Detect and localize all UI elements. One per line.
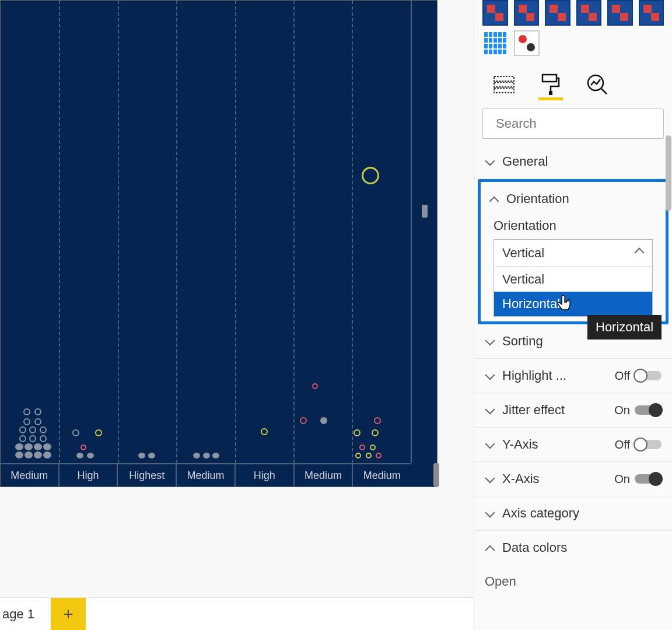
x-axis: Medium High Highest Medium High Medium M… <box>1 463 411 487</box>
chevron-down-icon <box>485 439 495 450</box>
data-point <box>366 453 372 459</box>
data-point <box>23 408 30 415</box>
section-orientation-highlighted: Orientation Orientation Vertical Vertica… <box>478 179 668 324</box>
chart-scrollbar-vertical[interactable] <box>411 1 437 463</box>
section-label: Jitter effect <box>502 402 565 418</box>
fields-icon <box>494 76 514 93</box>
page-tab[interactable]: age 1 <box>0 601 45 627</box>
section-axis-category[interactable]: Axis category <box>474 496 672 531</box>
chevron-down-icon <box>485 474 495 484</box>
section-label: X-Axis <box>502 471 540 487</box>
data-point <box>72 429 79 436</box>
analytics-icon <box>586 74 608 96</box>
section-highlight[interactable]: Highlight ... Off <box>474 359 672 393</box>
custom-visual-icon[interactable] <box>639 0 664 26</box>
custom-visual-icon[interactable] <box>514 30 540 56</box>
section-x-axis[interactable]: X-Axis On <box>474 462 672 496</box>
axis-label: Medium <box>1 464 60 487</box>
section-orientation-header[interactable]: Orientation <box>481 182 666 218</box>
dropdown-option-vertical[interactable]: Vertical <box>494 267 652 292</box>
custom-visual-icon[interactable] <box>482 0 508 26</box>
chevron-down-icon <box>485 336 495 346</box>
section-label: Data colors <box>502 540 567 555</box>
paint-roller-icon <box>541 74 560 96</box>
data-point <box>34 443 42 450</box>
y-axis-toggle[interactable]: Off <box>615 438 662 452</box>
data-point <box>300 417 307 424</box>
chart-visual[interactable]: Medium High Highest Medium High Medium M… <box>0 0 438 487</box>
tooltip: Horizontal <box>587 315 662 340</box>
add-page-button[interactable]: + <box>51 598 86 631</box>
data-point <box>40 426 47 433</box>
jitter-toggle[interactable]: On <box>614 404 662 417</box>
data-point <box>312 383 318 389</box>
data-point <box>320 417 327 424</box>
axis-label: High <box>236 464 295 487</box>
svg-rect-2 <box>494 88 514 93</box>
data-point <box>24 443 33 450</box>
data-point <box>29 426 36 433</box>
report-canvas[interactable]: Medium High Highest Medium High Medium M… <box>0 0 474 597</box>
chart-resize-handle[interactable] <box>433 463 439 487</box>
axis-label: High <box>60 464 118 487</box>
chevron-down-icon <box>485 370 495 381</box>
chevron-up-icon <box>485 542 495 553</box>
search-box[interactable] <box>482 108 664 139</box>
data-point <box>370 444 376 450</box>
scrollbar-thumb[interactable] <box>422 205 428 218</box>
section-label: Y-Axis <box>502 437 538 452</box>
svg-rect-3 <box>542 75 556 82</box>
section-label: Highlight ... <box>502 368 566 383</box>
data-point <box>43 443 51 450</box>
plus-icon: + <box>63 606 74 623</box>
dropdown-option-horizontal[interactable]: Horizontal Horizontal <box>494 292 652 316</box>
data-point <box>34 408 41 415</box>
custom-visual-icon[interactable] <box>607 0 633 26</box>
matrix-visual-icon[interactable] <box>482 30 508 56</box>
format-tab[interactable] <box>537 71 564 98</box>
search-input[interactable] <box>496 116 656 131</box>
dropdown-list: Vertical Horizontal Horizontal <box>494 267 652 316</box>
section-jitter[interactable]: Jitter effect On <box>474 393 672 428</box>
data-point <box>24 452 33 459</box>
svg-rect-0 <box>494 76 514 81</box>
custom-visual-icon[interactable] <box>576 0 602 26</box>
analytics-tab[interactable] <box>584 71 611 98</box>
dropdown-selected-value: Vertical <box>502 246 544 261</box>
visualizations-gallery <box>474 0 672 65</box>
highlight-toggle[interactable]: Off <box>615 369 662 383</box>
data-point <box>95 429 102 436</box>
chevron-up-icon <box>489 194 499 204</box>
cursor-icon <box>557 295 572 313</box>
section-data-colors[interactable]: Data colors <box>474 531 672 565</box>
data-point <box>15 452 23 459</box>
data-point <box>376 453 382 459</box>
data-point <box>15 443 23 450</box>
data-point <box>203 453 210 459</box>
orientation-dropdown[interactable]: Vertical Vertical Horizontal Horizontal <box>494 239 653 317</box>
data-point <box>261 428 268 435</box>
fields-tab[interactable] <box>491 71 517 98</box>
section-label: Sorting <box>502 334 543 349</box>
data-point <box>76 453 83 459</box>
data-point <box>34 418 41 425</box>
section-label: Axis category <box>502 506 579 521</box>
section-y-axis[interactable]: Y-Axis Off <box>474 428 672 462</box>
svg-line-6 <box>601 89 607 94</box>
chevron-down-icon <box>485 405 495 415</box>
chevron-up-icon <box>636 249 644 257</box>
axis-label: Medium <box>295 464 354 487</box>
x-axis-toggle[interactable]: On <box>614 473 662 486</box>
data-point <box>43 452 51 459</box>
axis-label: Medium <box>177 464 236 487</box>
section-general[interactable]: General <box>474 145 672 179</box>
custom-visual-icon[interactable] <box>514 0 540 26</box>
custom-visual-icon[interactable] <box>545 0 570 26</box>
axis-label: Medium <box>353 464 411 487</box>
data-point <box>193 453 200 459</box>
svg-rect-4 <box>549 91 552 95</box>
chart-plot-area <box>1 1 411 463</box>
section-partial: Open <box>474 565 672 589</box>
section-label: Orientation <box>506 191 569 206</box>
pane-scrollbar-thumb[interactable] <box>666 135 671 211</box>
